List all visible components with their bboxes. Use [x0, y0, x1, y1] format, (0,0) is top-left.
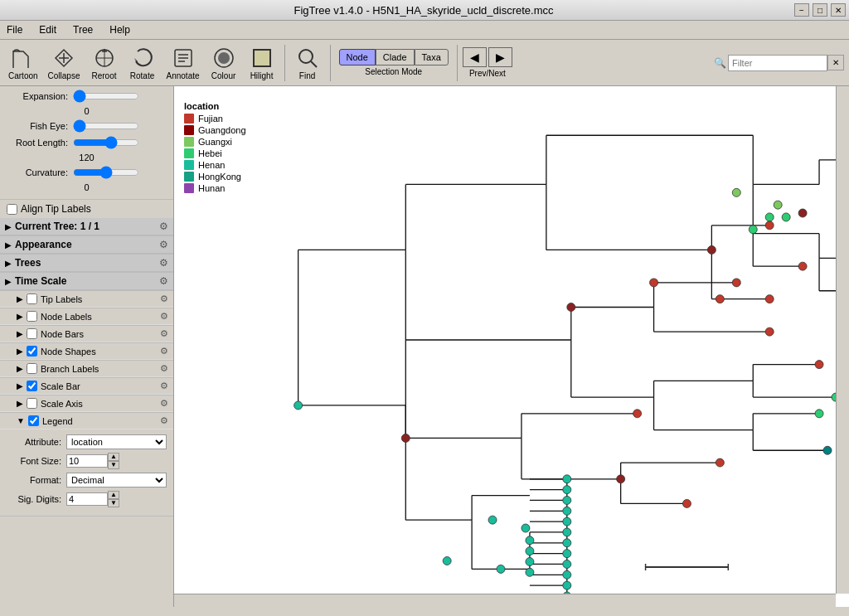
hilight-button[interactable]: Hilight	[245, 43, 279, 82]
node-shapes-checkbox[interactable]	[27, 346, 37, 357]
fontsize-spinner: ▲ ▼	[108, 453, 119, 469]
window-controls[interactable]: − □ ✕	[794, 3, 846, 17]
next-button[interactable]: ▶	[488, 47, 512, 67]
node-bars-item[interactable]: ▶ Node Bars ⚙	[0, 326, 173, 342]
branch-labels-label: Branch Labels	[41, 364, 160, 374]
menu-bar: File Edit Tree Help	[0, 21, 849, 40]
scale-bar-item[interactable]: ▶ Scale Bar ⚙	[0, 378, 173, 395]
filter-input[interactable]	[728, 55, 827, 71]
scale-bar-checkbox[interactable]	[27, 381, 37, 391]
scale-bar-label: Scale Bar	[41, 381, 160, 391]
find-button[interactable]: Find	[290, 43, 325, 82]
legend-icon: ⚙	[160, 415, 168, 426]
horizontal-scrollbar[interactable]	[174, 594, 836, 607]
annotate-button[interactable]: Annotate	[163, 43, 203, 82]
tip-labels-label: Tip Labels	[41, 294, 160, 304]
rootlength-slider[interactable]	[73, 136, 139, 149]
toolbar: Cartoon Collapse Reroot Rotate Annotate …	[0, 40, 849, 86]
window-title: FigTree v1.4.0 - H5N1_HA_skyride_ucld_di…	[53, 4, 794, 17]
annotate-label: Annotate	[167, 71, 200, 80]
align-tip-labels-label: Align Tip Labels	[21, 203, 91, 215]
fontsize-down[interactable]: ▼	[108, 461, 119, 469]
node-shapes-label: Node Shapes	[41, 347, 160, 357]
appearance-title: Appearance	[15, 239, 159, 250]
node-bars-checkbox[interactable]	[27, 328, 37, 339]
format-select[interactable]: Decimal	[66, 473, 167, 487]
prev-button[interactable]: ◀	[463, 47, 487, 67]
fisheye-label: Fish Eye:	[7, 121, 73, 131]
reroot-icon	[91, 45, 118, 71]
cartoon-button[interactable]: Cartoon	[5, 43, 41, 82]
node-labels-checkbox[interactable]	[27, 311, 37, 322]
cartoon-label: Cartoon	[8, 71, 38, 80]
tree-canvas-area[interactable]: location FujianGuangdongGuangxiHebeiHena…	[174, 86, 849, 607]
sigdigits-input[interactable]	[66, 492, 108, 506]
nav-buttons: ◀ ▶	[463, 47, 512, 67]
select-clade-button[interactable]: Clade	[376, 49, 415, 65]
scale-bar-icon: ⚙	[160, 381, 168, 391]
legend-item: HongKong	[184, 172, 246, 182]
current-tree-header[interactable]: ▶ Current Tree: 1 / 1 ⚙	[0, 218, 173, 235]
node-labels-section: ▶ Node Labels ⚙	[0, 308, 173, 326]
maximize-button[interactable]: □	[813, 3, 827, 17]
close-button[interactable]: ✕	[831, 3, 846, 17]
menu-tree[interactable]: Tree	[70, 22, 96, 37]
menu-edit[interactable]: Edit	[36, 22, 60, 37]
tip-labels-icon: ⚙	[160, 293, 168, 304]
node-labels-item[interactable]: ▶ Node Labels ⚙	[0, 308, 173, 325]
filter-clear-button[interactable]: ✕	[827, 55, 844, 70]
fontsize-input[interactable]	[66, 454, 108, 468]
expansion-slider[interactable]	[73, 90, 139, 103]
current-tree-section: ▶ Current Tree: 1 / 1 ⚙	[0, 218, 173, 236]
select-node-button[interactable]: Node	[339, 49, 376, 65]
colour-button[interactable]: Colour	[206, 43, 241, 82]
attribute-select[interactable]: location	[66, 434, 167, 449]
curvature-slider[interactable]	[73, 166, 139, 179]
cartoon-icon	[10, 45, 36, 71]
time-scale-icon: ⚙	[159, 275, 168, 287]
tree-canvas[interactable]	[174, 86, 836, 594]
node-labels-label: Node Labels	[41, 312, 160, 322]
align-tip-labels-checkbox[interactable]	[7, 204, 17, 215]
svg-line-7	[311, 61, 317, 67]
vertical-scrollbar[interactable]	[836, 86, 849, 594]
appearance-header[interactable]: ▶ Appearance ⚙	[0, 236, 173, 254]
scale-axis-item[interactable]: ▶ Scale Axis ⚙	[0, 395, 173, 412]
node-labels-arrow: ▶	[17, 312, 23, 321]
branch-labels-section: ▶ Branch Labels ⚙	[0, 361, 173, 378]
hilight-label: Hilight	[250, 71, 274, 80]
tip-labels-item[interactable]: ▶ Tip Labels ⚙	[0, 291, 173, 308]
time-scale-header[interactable]: ▶ Time Scale ⚙	[0, 273, 173, 290]
minimize-button[interactable]: −	[794, 3, 809, 17]
sigdigits-up[interactable]: ▲	[108, 491, 119, 499]
reroot-button[interactable]: Reroot	[87, 43, 122, 82]
scale-axis-icon: ⚙	[160, 398, 168, 409]
time-scale-arrow: ▶	[5, 277, 12, 286]
node-bars-section: ▶ Node Bars ⚙	[0, 326, 173, 343]
find-icon	[294, 45, 321, 71]
collapse-button[interactable]: Collapse	[45, 43, 84, 82]
tip-labels-arrow: ▶	[17, 294, 23, 303]
sigdigits-down[interactable]: ▼	[108, 499, 119, 507]
scale-axis-checkbox[interactable]	[27, 398, 37, 409]
expansion-label: Expansion:	[7, 91, 73, 101]
menu-file[interactable]: File	[3, 22, 26, 37]
collapse-label: Collapse	[48, 71, 80, 80]
trees-icon: ⚙	[159, 257, 168, 269]
trees-header[interactable]: ▶ Trees ⚙	[0, 255, 173, 272]
select-taxa-button[interactable]: Taxa	[415, 49, 449, 65]
node-bars-icon: ⚙	[160, 328, 168, 339]
fisheye-slider[interactable]	[73, 119, 139, 133]
branch-labels-item[interactable]: ▶ Branch Labels ⚙	[0, 361, 173, 377]
legend-checkbox[interactable]	[28, 415, 39, 426]
menu-help[interactable]: Help	[106, 22, 133, 37]
tip-labels-checkbox[interactable]	[27, 293, 37, 304]
legend-item[interactable]: ▼ Legend ⚙	[0, 413, 173, 429]
expansion-value: 0	[7, 106, 167, 116]
rotate-button[interactable]: Rotate	[125, 43, 160, 82]
branch-labels-checkbox[interactable]	[27, 363, 37, 374]
fontsize-up[interactable]: ▲	[108, 453, 119, 461]
sidebar: Expansion: 0 Fish Eye: Root Length: 120 …	[0, 86, 174, 607]
attribute-row: Attribute: location	[7, 434, 167, 449]
node-shapes-item[interactable]: ▶ Node Shapes ⚙	[0, 343, 173, 360]
